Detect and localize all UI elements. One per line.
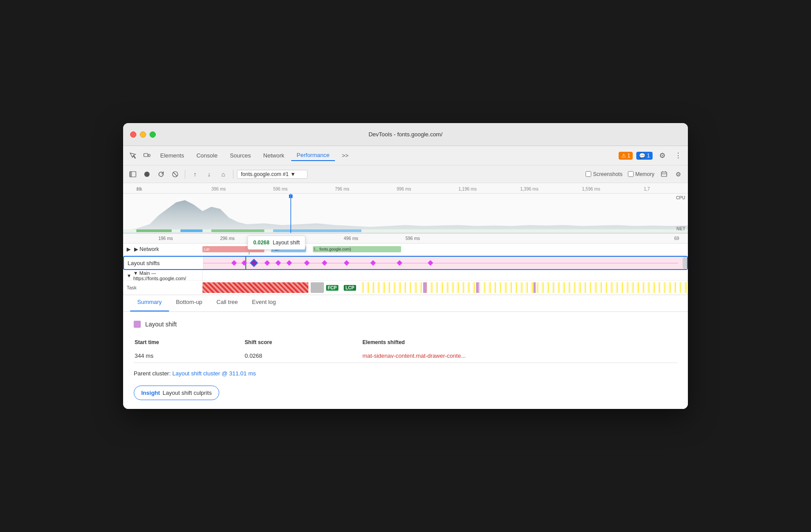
tick-17: 1,7	[644, 187, 650, 191]
dropdown-icon: ▼	[290, 171, 296, 177]
tab-performance[interactable]: Performance	[291, 150, 334, 161]
clear-recordings-button[interactable]	[658, 168, 670, 180]
task-bar-purple-3	[533, 282, 536, 293]
timeline-ruler-top: 19 ms 396 ms 596 ms 796 ms 996 ms 1,196 …	[123, 183, 688, 194]
diamond-8[interactable]	[322, 260, 327, 266]
tab-call-tree[interactable]: Call tree	[210, 295, 245, 311]
task-label-text: Task	[127, 285, 137, 290]
tab-network[interactable]: Network	[258, 150, 290, 161]
cell-start-time: 344 ms	[135, 350, 244, 362]
tab-elements[interactable]: Elements	[155, 150, 189, 161]
diamond-12[interactable]	[428, 260, 433, 266]
record-button[interactable]	[141, 168, 153, 180]
layout-shifts-track[interactable]: Layout shifts	[123, 256, 688, 270]
insight-text: Layout shift culprits	[163, 390, 212, 396]
event-title: Layout shift	[145, 321, 177, 328]
task-row[interactable]: Task FCP LCP	[123, 281, 688, 295]
task-bar-purple-2	[476, 282, 479, 293]
toolbar: ↑ ↓ ⌂ fonts.google.com #1 ▼ Screenshots …	[123, 165, 688, 183]
upload-button[interactable]: ↑	[189, 168, 201, 180]
tab-console[interactable]: Console	[191, 150, 223, 161]
timeline-ruler-lower: 196 ms 296 ms 396 ms 496 ms 596 ms 69	[123, 234, 688, 244]
maximize-button[interactable]	[150, 131, 156, 138]
tab-more[interactable]: >>	[337, 150, 354, 161]
diamond-5[interactable]	[275, 260, 281, 266]
tab-summary[interactable]: Summary	[130, 295, 169, 311]
warning-icon: ⚠	[621, 153, 626, 159]
table-row: 344 ms 0.0268 mat-sidenav-content.mat-dr…	[135, 350, 676, 362]
window-title: DevTools - fonts.google.com/	[368, 131, 443, 138]
expand-icon: ▶	[127, 246, 131, 252]
tick-1396ms: 1,396 ms	[520, 187, 538, 191]
cpu-chart[interactable]: CPU NET	[123, 194, 688, 233]
diamond-7[interactable]	[304, 260, 310, 266]
diamond-10[interactable]	[370, 260, 376, 266]
close-button[interactable]	[130, 131, 136, 138]
tooltip-value: 0.0268	[253, 240, 270, 246]
main-thread-row[interactable]: ▼ ▼ Main — https://fonts.google.com/	[123, 271, 688, 281]
download-button[interactable]: ↓	[203, 168, 215, 180]
network-label: ▶ Network	[134, 246, 159, 252]
tick-796ms: 796 ms	[335, 187, 349, 191]
tooltip-label: Layout shift	[273, 240, 300, 246]
fcp-badge: FCP	[326, 285, 338, 291]
tick2-296ms: 296 ms	[220, 236, 235, 241]
more-options-icon[interactable]: ⋮	[672, 150, 684, 162]
layout-shifts-content[interactable]: 0.0268 Layout shift	[203, 257, 687, 269]
element-link[interactable]: mat-sidenav-content.mat-drawer-conte...	[362, 352, 466, 359]
tick2-596ms: 596 ms	[406, 236, 420, 241]
home-button[interactable]: ⌂	[217, 168, 229, 180]
details-table: Start time Shift score Elements shifted …	[134, 335, 677, 363]
diamond-2[interactable]	[241, 260, 247, 266]
task-content: FCP LCP	[203, 281, 688, 295]
diamond-6[interactable]	[286, 260, 292, 266]
separator-1	[185, 170, 185, 179]
inspect-icon[interactable]	[127, 150, 139, 162]
warning-count: 1	[627, 153, 631, 159]
layout-shifts-label: Layout shifts	[124, 257, 203, 269]
separator-2	[233, 170, 233, 179]
url-selector[interactable]: fonts.google.com #1 ▼	[237, 170, 308, 179]
collapse-icon: ▼	[127, 273, 131, 278]
task-bar-red	[203, 282, 308, 293]
clear-button[interactable]	[169, 168, 181, 180]
memory-checkbox[interactable]: Memory	[628, 171, 654, 177]
settings-icon[interactable]: ⚙	[656, 150, 668, 162]
perf-settings-button[interactable]: ⚙	[672, 168, 684, 180]
network-block-fonts: l... fonts.google.com)	[313, 246, 401, 252]
svg-rect-12	[123, 229, 688, 232]
diamond-selected[interactable]	[250, 259, 258, 267]
bottom-content: Layout shift Start time Shift score Elem…	[123, 312, 688, 409]
bottom-panel: Summary Bottom-up Call tree Event log La…	[123, 295, 688, 409]
svg-rect-15	[211, 229, 264, 232]
lcp-badge-container: LCP	[344, 282, 356, 293]
svg-rect-0	[144, 154, 148, 157]
tick-1596ms: 1,596 ms	[582, 187, 600, 191]
device-toolbar-icon[interactable]	[141, 150, 153, 162]
minimize-button[interactable]	[140, 131, 146, 138]
tab-sources[interactable]: Sources	[225, 150, 256, 161]
reload-button[interactable]	[155, 168, 167, 180]
tab-event-log[interactable]: Event log	[245, 295, 283, 311]
svg-point-4	[144, 172, 150, 177]
diamond-4[interactable]	[264, 260, 270, 266]
fcp-badge-container: FCP	[326, 282, 338, 293]
tab-bottom-up[interactable]: Bottom-up	[169, 295, 210, 311]
diamond-9[interactable]	[344, 260, 349, 266]
svg-rect-1	[148, 154, 150, 157]
devtools-window: DevTools - fonts.google.com/ Elements Co…	[123, 123, 688, 409]
screenshots-checkbox[interactable]: Screenshots	[586, 171, 623, 177]
network-track-row[interactable]: ▶ ▶ Network Lar Fan l... fonts.google.co…	[123, 244, 688, 255]
info-icon: 💬	[639, 153, 646, 159]
info-badge[interactable]: 💬 1	[636, 152, 653, 160]
layout-shifts-scrollbar[interactable]	[683, 257, 687, 269]
sidebar-toggle-button[interactable]	[127, 168, 139, 180]
title-bar: DevTools - fonts.google.com/	[123, 123, 688, 146]
diamond-11[interactable]	[397, 260, 402, 266]
parent-cluster-label: Parent cluster:	[134, 370, 171, 377]
diamond-1[interactable]	[231, 260, 237, 266]
parent-cluster-link[interactable]: Layout shift cluster @ 311.01 ms	[172, 370, 256, 377]
event-color-box	[134, 321, 141, 328]
insight-button[interactable]: Insight Layout shift culprits	[134, 386, 219, 400]
warning-badge[interactable]: ⚠ 1	[619, 152, 633, 160]
